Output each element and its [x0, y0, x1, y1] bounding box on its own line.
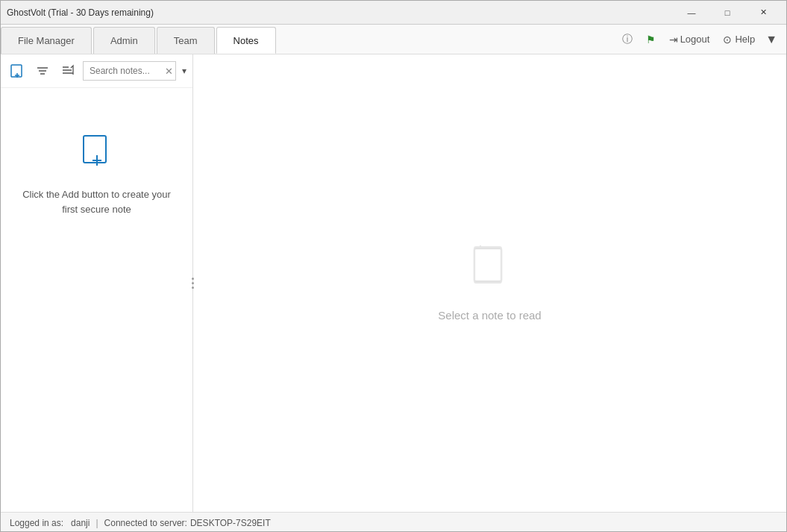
logout-arrow-icon: ⇥ [669, 34, 678, 46]
svg-rect-13 [474, 248, 501, 281]
tab-notes[interactable]: Notes [216, 27, 276, 54]
tab-admin[interactable]: Admin [93, 27, 155, 54]
resize-dots [192, 278, 194, 289]
search-input[interactable] [83, 61, 176, 81]
help-button[interactable]: ⊙ Help [720, 32, 758, 47]
status-separator: | [95, 518, 98, 528]
resize-dot [192, 287, 194, 289]
minimize-button[interactable]: — [674, 1, 709, 25]
empty-note-icon [78, 133, 116, 172]
sidebar: ✕ ▾ Click the Add button to create your … [1, 54, 193, 512]
status-logged-in-label: Logged in as: [10, 518, 63, 528]
top-right-actions: ⓘ ⚑ ⇥ Logout ⊙ Help ▼ [610, 25, 786, 54]
main-content-area: Select a note to read [193, 54, 786, 512]
sort-icon [61, 64, 75, 78]
logout-button[interactable]: ⇥ Logout [666, 32, 713, 47]
svg-rect-9 [84, 136, 106, 163]
sort-button[interactable] [57, 60, 78, 81]
info-button[interactable]: ⓘ [619, 31, 636, 48]
status-bar: Logged in as: danji | Connected to serve… [1, 512, 786, 532]
tab-team[interactable]: Team [157, 27, 215, 54]
add-note-button[interactable] [7, 60, 28, 81]
sidebar-toolbar: ✕ ▾ [1, 54, 192, 88]
flag-button[interactable]: ⚑ [643, 32, 659, 47]
main-layout: ✕ ▾ Click the Add button to create your … [1, 54, 786, 512]
maximize-button[interactable]: □ [710, 1, 744, 25]
help-label: Help [735, 34, 755, 45]
add-note-icon [10, 63, 25, 78]
info-icon: ⓘ [622, 33, 633, 46]
title-bar-controls: — □ ✕ [674, 1, 780, 25]
nav-tabs: File Manager Admin Team Notes [1, 25, 278, 54]
dropdown-arrow-button[interactable]: ▾ [182, 66, 186, 76]
search-container: ✕ [83, 61, 176, 81]
add-note-icon-large [78, 133, 116, 174]
filter-icon [36, 64, 49, 78]
filter-button[interactable] [32, 60, 53, 81]
status-username: danji [71, 518, 90, 528]
flag-icon: ⚑ [646, 34, 656, 46]
tab-file-manager[interactable]: File Manager [1, 27, 92, 54]
title-bar-text: GhostVolt (Trial - 30 Days remaining) [7, 7, 154, 18]
select-note-text: Select a note to read [438, 309, 541, 322]
status-connected-label: Connected to server: [104, 518, 187, 528]
top-nav: File Manager Admin Team Notes ⓘ ⚑ ⇥ Logo… [1, 25, 786, 54]
resize-dot [192, 282, 194, 284]
logout-label: Logout [680, 34, 710, 45]
close-button[interactable]: ✕ [746, 1, 780, 25]
status-server: DESKTOP-7S29EIT [190, 518, 271, 528]
select-note-icon [470, 245, 510, 298]
empty-notes-state: Click the Add button to create your firs… [1, 88, 192, 512]
more-dropdown-button[interactable]: ▼ [765, 33, 777, 46]
resize-handle[interactable] [189, 54, 195, 512]
help-circle-icon: ⊙ [723, 34, 732, 46]
search-clear-button[interactable]: ✕ [165, 66, 173, 76]
title-bar: GhostVolt (Trial - 30 Days remaining) — … [1, 1, 786, 25]
empty-notes-text: Click the Add button to create your firs… [22, 187, 172, 216]
resize-dot [192, 278, 194, 280]
